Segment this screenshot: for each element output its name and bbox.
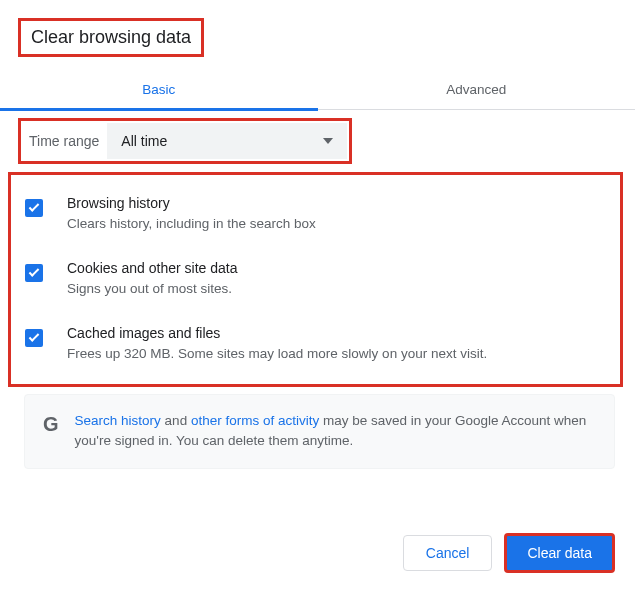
cancel-button[interactable]: Cancel: [403, 535, 493, 571]
link-other-activity[interactable]: other forms of activity: [191, 413, 319, 428]
option-desc: Signs you out of most sites.: [67, 280, 237, 299]
option-title: Cookies and other site data: [67, 260, 237, 276]
dialog-title-wrap: Clear browsing data: [18, 18, 204, 57]
dialog-title: Clear browsing data: [31, 27, 191, 48]
google-g-icon: G: [43, 413, 59, 452]
option-title: Cached images and files: [67, 325, 487, 341]
checkbox-cached[interactable]: [25, 329, 43, 347]
caret-down-icon: [323, 138, 333, 144]
tab-basic[interactable]: Basic: [0, 70, 318, 109]
tabs: Basic Advanced: [0, 70, 635, 110]
time-range-label: Time range: [23, 123, 107, 159]
check-icon: [29, 201, 40, 212]
option-browsing-history: Browsing history Clears history, includi…: [19, 195, 612, 234]
options-group: Browsing history Clears history, includi…: [8, 172, 623, 387]
option-text: Browsing history Clears history, includi…: [67, 195, 316, 234]
option-text: Cached images and files Frees up 320 MB.…: [67, 325, 487, 364]
check-icon: [29, 266, 40, 277]
option-cookies: Cookies and other site data Signs you ou…: [19, 260, 612, 299]
button-row: Cancel Clear data: [403, 533, 615, 573]
time-range-select[interactable]: All time: [107, 123, 347, 159]
tab-underline: [0, 108, 318, 111]
checkbox-browsing-history[interactable]: [25, 199, 43, 217]
option-cached: Cached images and files Frees up 320 MB.…: [19, 325, 612, 364]
option-desc: Clears history, including in the search …: [67, 215, 316, 234]
link-search-history[interactable]: Search history: [75, 413, 161, 428]
checkbox-cookies[interactable]: [25, 264, 43, 282]
clear-data-button[interactable]: Clear data: [504, 533, 615, 573]
info-box: G Search history and other forms of acti…: [24, 394, 615, 469]
check-icon: [29, 331, 40, 342]
option-desc: Frees up 320 MB. Some sites may load mor…: [67, 345, 487, 364]
time-range-row: Time range All time: [18, 118, 352, 164]
info-mid: and: [161, 413, 191, 428]
option-title: Browsing history: [67, 195, 316, 211]
info-text: Search history and other forms of activi…: [75, 411, 596, 452]
option-text: Cookies and other site data Signs you ou…: [67, 260, 237, 299]
time-range-value: All time: [121, 133, 167, 149]
tab-advanced[interactable]: Advanced: [318, 70, 636, 109]
